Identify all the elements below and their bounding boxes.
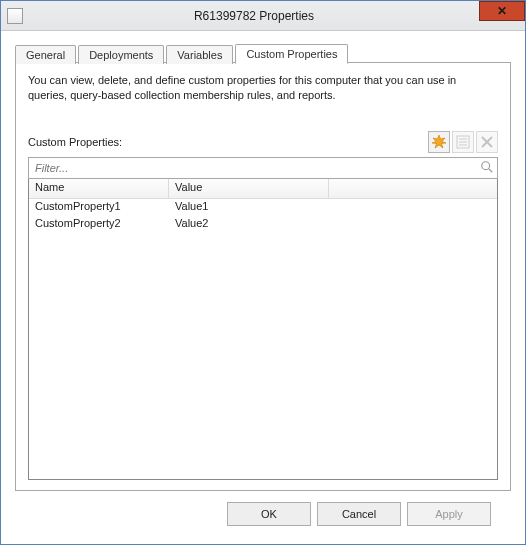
delete-x-icon (480, 135, 494, 149)
svg-point-7 (482, 161, 490, 169)
dialog-content: General Deployments Variables Custom Pro… (1, 31, 525, 544)
properties-listview[interactable]: Name Value CustomProperty1 Value1 Custom… (28, 179, 498, 480)
svg-marker-0 (432, 135, 446, 148)
edit-property-button (452, 131, 474, 153)
properties-icon (456, 135, 470, 149)
tab-panel-custom-properties: You can view, delete, and define custom … (15, 62, 511, 491)
close-icon: ✕ (497, 4, 507, 18)
column-header-spacer (329, 179, 497, 198)
starburst-icon (432, 135, 446, 149)
cell-value: Value2 (169, 216, 329, 233)
tab-deployments[interactable]: Deployments (78, 45, 164, 64)
close-button[interactable]: ✕ (479, 1, 525, 21)
list-label-row: Custom Properties: (28, 131, 498, 153)
tab-general[interactable]: General (15, 45, 76, 64)
tab-custom-properties[interactable]: Custom Properties (235, 44, 348, 64)
svg-line-8 (489, 168, 493, 172)
ok-button[interactable]: OK (227, 502, 311, 526)
toolbar (428, 131, 498, 153)
titlebar: R61399782 Properties ✕ (1, 1, 525, 31)
listview-body: CustomProperty1 Value1 CustomProperty2 V… (29, 199, 497, 479)
list-label: Custom Properties: (28, 136, 122, 148)
filter-wrap (28, 157, 498, 179)
new-property-button[interactable] (428, 131, 450, 153)
window-sysicon (7, 8, 23, 24)
list-item[interactable]: CustomProperty1 Value1 (29, 199, 497, 216)
properties-dialog: R61399782 Properties ✕ General Deploymen… (0, 0, 526, 545)
column-header-value[interactable]: Value (169, 179, 329, 198)
filter-input[interactable] (28, 157, 498, 179)
tabstrip: General Deployments Variables Custom Pro… (15, 41, 511, 63)
list-item[interactable]: CustomProperty2 Value2 (29, 216, 497, 233)
cell-name: CustomProperty1 (29, 199, 169, 216)
delete-property-button (476, 131, 498, 153)
column-header-name[interactable]: Name (29, 179, 169, 198)
cell-name: CustomProperty2 (29, 216, 169, 233)
window-title: R61399782 Properties (23, 9, 525, 23)
cell-value: Value1 (169, 199, 329, 216)
panel-description: You can view, delete, and define custom … (28, 73, 498, 103)
search-icon[interactable] (480, 160, 494, 174)
tab-variables[interactable]: Variables (166, 45, 233, 64)
apply-button: Apply (407, 502, 491, 526)
cancel-button[interactable]: Cancel (317, 502, 401, 526)
dialog-footer: OK Cancel Apply (15, 492, 511, 536)
listview-header: Name Value (29, 179, 497, 199)
